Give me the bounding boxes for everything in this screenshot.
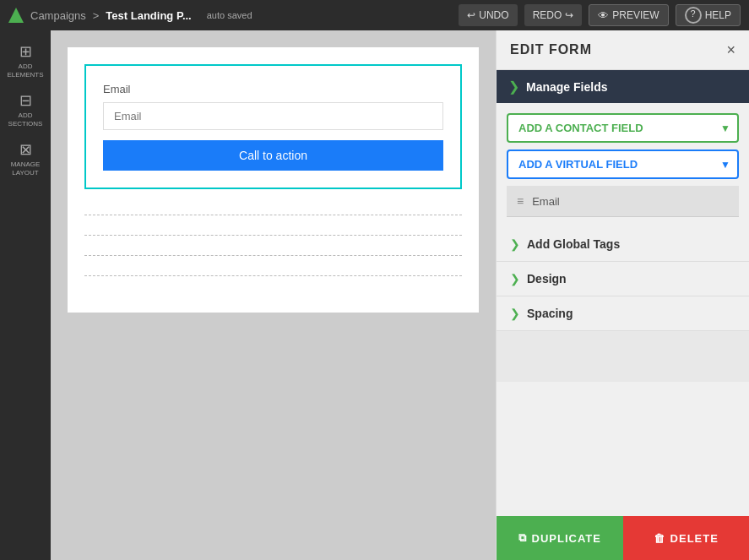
manage-layout-label: MANAGELAYOUT [11,160,41,177]
panel-footer: ⧉ DUPLICATE 🗑 DELETE [497,516,749,560]
duplicate-icon: ⧉ [518,531,527,545]
sidebar-item-manage-layout[interactable]: ⊠ MANAGELAYOUT [3,137,48,182]
dotted-row-1 [84,215,462,231]
eye-icon [598,9,609,22]
email-field-label: Email [103,83,443,95]
add-sections-label: ADDSECTIONS [8,111,43,128]
breadcrumb-separator: > [93,9,100,22]
cta-button[interactable]: Call to action [103,140,443,171]
spacing-chevron: ❯ [510,307,520,320]
global-tags-header[interactable]: ❯ Add Global Tags [497,227,749,261]
redo-icon [565,9,573,21]
canvas-area: Email Call to action [51,30,496,560]
delete-label: DELETE [670,532,719,545]
email-field-item-label: Email [532,195,560,208]
add-virtual-field-wrapper[interactable]: ADD A VIRTUAL FIELD ▼ [507,150,739,179]
manage-fields-title: Manage Fields [526,80,607,94]
spacing-header[interactable]: ❯ Spacing [497,296,749,330]
manage-fields-section-header[interactable]: ❯ Manage Fields [497,70,749,103]
field-item-email: ≡ Email [507,186,739,217]
form-preview: Email Call to action [84,64,462,189]
drag-handle-icon[interactable]: ≡ [517,194,524,208]
add-contact-field-select[interactable]: ADD A CONTACT FIELD [507,113,739,143]
right-panel: EDIT FORM × ❯ Manage Fields ADD A CONTAC… [496,30,749,560]
add-elements-icon: ⊞ [19,44,32,59]
preview-label: PREVIEW [612,9,659,21]
duplicate-label: DUPLICATE [532,532,601,545]
app-logo [8,8,24,23]
canvas-inner: Email Call to action [68,47,479,313]
add-virtual-field-select[interactable]: ADD A VIRTUAL FIELD [507,150,739,179]
undo-icon [467,9,475,21]
dotted-rows [84,215,462,292]
help-label: HELP [705,9,731,21]
undo-label: UNDO [479,9,508,21]
autosaved-status: auto saved [207,10,252,20]
redo-button[interactable]: REDO [524,4,583,26]
design-chevron: ❯ [510,272,520,285]
spacing-title: Spacing [527,307,573,320]
delete-button[interactable]: 🗑 DELETE [623,516,750,560]
panel-gray-area [497,331,749,382]
manage-fields-chevron: ❯ [508,79,519,95]
design-section: ❯ Design [497,262,749,296]
page-title: Test Landing P... [106,9,191,22]
preview-button[interactable]: PREVIEW [589,4,668,26]
global-tags-title: Add Global Tags [527,237,620,251]
dotted-row-3 [84,255,462,272]
panel-body: ❯ Manage Fields ADD A CONTACT FIELD ▼ AD… [497,70,749,516]
campaigns-link[interactable]: Campaigns [30,9,86,22]
redo-label: REDO [533,9,562,21]
add-contact-field-wrapper[interactable]: ADD A CONTACT FIELD ▼ [507,113,739,143]
dotted-row-2 [84,235,462,252]
design-title: Design [527,272,567,285]
panel-header: EDIT FORM × [497,30,749,70]
dotted-row-4 [84,275,462,292]
manage-layout-icon: ⊠ [19,142,32,157]
email-input[interactable] [103,102,443,130]
add-elements-label: ADDELEMENTS [7,63,43,79]
global-tags-section: ❯ Add Global Tags [497,227,749,262]
panel-close-button[interactable]: × [726,42,735,57]
delete-icon: 🗑 [654,532,665,545]
manage-fields-body: ADD A CONTACT FIELD ▼ ADD A VIRTUAL FIEL… [497,103,749,227]
sidebar-item-add-elements[interactable]: ⊞ ADDELEMENTS [3,39,48,84]
duplicate-button[interactable]: ⧉ DUPLICATE [497,516,623,560]
topbar: Campaigns > Test Landing P... auto saved… [0,0,749,30]
sidebar-item-add-sections[interactable]: ⊟ ADDSECTIONS [3,88,48,133]
help-button[interactable]: HELP [676,4,741,26]
design-header[interactable]: ❯ Design [497,262,749,296]
global-tags-chevron: ❯ [510,237,520,251]
add-sections-icon: ⊟ [19,93,32,108]
undo-button[interactable]: UNDO [459,4,517,26]
spacing-section: ❯ Spacing [497,296,749,331]
help-circle-icon [685,7,702,24]
left-sidebar: ⊞ ADDELEMENTS ⊟ ADDSECTIONS ⊠ MANAGELAYO… [0,30,51,560]
panel-title: EDIT FORM [510,42,592,57]
main-layout: ⊞ ADDELEMENTS ⊟ ADDSECTIONS ⊠ MANAGELAYO… [0,30,749,560]
